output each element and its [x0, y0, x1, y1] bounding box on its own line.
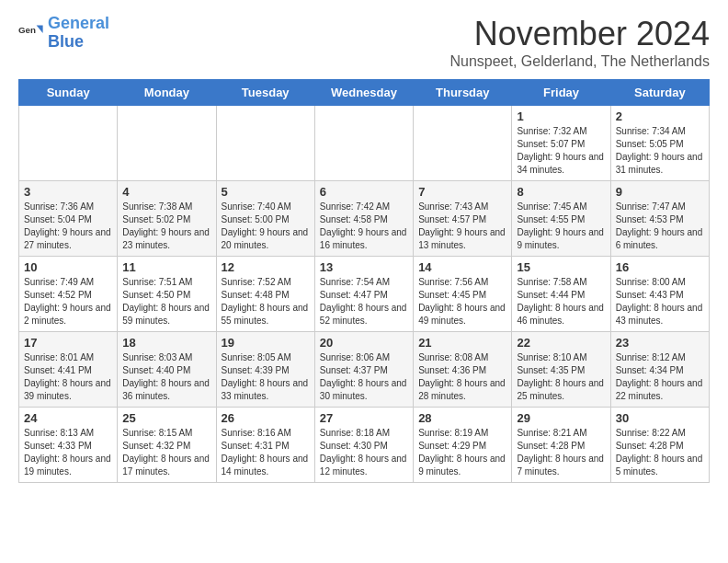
day-number: 6: [320, 185, 408, 199]
page: Gen General Blue November 2024 Nunspeet,…: [0, 0, 728, 498]
day-number: 2: [616, 109, 704, 123]
calendar-cell: 26Sunrise: 8:16 AM Sunset: 4:31 PM Dayli…: [216, 408, 314, 483]
day-number: 28: [418, 411, 506, 425]
calendar-cell: 15Sunrise: 7:58 AM Sunset: 4:44 PM Dayli…: [512, 257, 610, 332]
day-number: 8: [517, 185, 605, 199]
calendar-cell: 7Sunrise: 7:43 AM Sunset: 4:57 PM Daylig…: [414, 181, 512, 257]
day-info: Sunrise: 7:45 AM Sunset: 4:55 PM Dayligh…: [517, 201, 605, 252]
calendar-cell: [19, 106, 118, 181]
calendar: SundayMondayTuesdayWednesdayThursdayFrid…: [18, 79, 710, 483]
calendar-week-4: 17Sunrise: 8:01 AM Sunset: 4:41 PM Dayli…: [19, 332, 710, 408]
calendar-cell: 8Sunrise: 7:45 AM Sunset: 4:55 PM Daylig…: [512, 181, 610, 257]
day-info: Sunrise: 7:58 AM Sunset: 4:44 PM Dayligh…: [517, 276, 605, 327]
calendar-cell: 22Sunrise: 8:10 AM Sunset: 4:35 PM Dayli…: [512, 332, 610, 408]
svg-text:Gen: Gen: [18, 25, 36, 35]
day-number: 7: [418, 185, 506, 199]
day-number: 1: [517, 109, 605, 123]
day-number: 24: [24, 411, 112, 425]
calendar-cell: 12Sunrise: 7:52 AM Sunset: 4:48 PM Dayli…: [216, 257, 314, 332]
calendar-cell: 11Sunrise: 7:51 AM Sunset: 4:50 PM Dayli…: [118, 257, 216, 332]
day-info: Sunrise: 8:18 AM Sunset: 4:30 PM Dayligh…: [320, 427, 408, 478]
day-info: Sunrise: 7:38 AM Sunset: 5:02 PM Dayligh…: [122, 201, 210, 252]
day-info: Sunrise: 7:51 AM Sunset: 4:50 PM Dayligh…: [122, 276, 210, 327]
day-number: 29: [517, 411, 605, 425]
day-info: Sunrise: 8:16 AM Sunset: 4:31 PM Dayligh…: [222, 427, 310, 478]
day-info: Sunrise: 7:47 AM Sunset: 4:53 PM Dayligh…: [616, 201, 704, 252]
calendar-cell: 24Sunrise: 8:13 AM Sunset: 4:33 PM Dayli…: [19, 408, 118, 483]
month-title: November 2024: [449, 15, 710, 53]
day-info: Sunrise: 8:12 AM Sunset: 4:34 PM Dayligh…: [616, 351, 704, 403]
calendar-cell: 27Sunrise: 8:18 AM Sunset: 4:30 PM Dayli…: [314, 408, 413, 483]
day-info: Sunrise: 8:01 AM Sunset: 4:41 PM Dayligh…: [24, 351, 112, 403]
day-info: Sunrise: 8:05 AM Sunset: 4:39 PM Dayligh…: [222, 351, 310, 403]
calendar-cell: 25Sunrise: 8:15 AM Sunset: 4:32 PM Dayli…: [118, 408, 216, 483]
day-info: Sunrise: 8:21 AM Sunset: 4:28 PM Dayligh…: [517, 427, 605, 478]
day-number: 5: [222, 185, 310, 199]
day-number: 26: [222, 411, 310, 425]
calendar-cell: 6Sunrise: 7:42 AM Sunset: 4:58 PM Daylig…: [314, 181, 413, 257]
calendar-cell: 1Sunrise: 7:32 AM Sunset: 5:07 PM Daylig…: [512, 106, 610, 181]
day-info: Sunrise: 8:22 AM Sunset: 4:28 PM Dayligh…: [616, 427, 704, 478]
day-info: Sunrise: 8:03 AM Sunset: 4:40 PM Dayligh…: [122, 351, 210, 403]
calendar-cell: 21Sunrise: 8:08 AM Sunset: 4:36 PM Dayli…: [414, 332, 512, 408]
day-info: Sunrise: 7:49 AM Sunset: 4:52 PM Dayligh…: [24, 276, 112, 327]
day-info: Sunrise: 8:13 AM Sunset: 4:33 PM Dayligh…: [24, 427, 112, 478]
header: Gen General Blue November 2024 Nunspeet,…: [18, 15, 710, 70]
day-info: Sunrise: 8:19 AM Sunset: 4:29 PM Dayligh…: [418, 427, 506, 478]
calendar-cell: 20Sunrise: 8:06 AM Sunset: 4:37 PM Dayli…: [314, 332, 413, 408]
day-number: 15: [517, 260, 605, 274]
calendar-cell: 17Sunrise: 8:01 AM Sunset: 4:41 PM Dayli…: [19, 332, 118, 408]
day-number: 13: [320, 260, 408, 274]
calendar-cell: 13Sunrise: 7:54 AM Sunset: 4:47 PM Dayli…: [314, 257, 413, 332]
logo-icon: Gen: [18, 20, 44, 46]
calendar-cell: 16Sunrise: 8:00 AM Sunset: 4:43 PM Dayli…: [610, 257, 709, 332]
calendar-cell: [216, 106, 314, 181]
day-number: 25: [122, 411, 210, 425]
day-number: 3: [24, 185, 112, 199]
day-number: 14: [418, 260, 506, 274]
title-block: November 2024 Nunspeet, Gelderland, The …: [449, 15, 710, 70]
day-info: Sunrise: 7:52 AM Sunset: 4:48 PM Dayligh…: [222, 276, 310, 327]
day-info: Sunrise: 7:36 AM Sunset: 5:04 PM Dayligh…: [24, 201, 112, 252]
day-info: Sunrise: 8:08 AM Sunset: 4:36 PM Dayligh…: [418, 351, 506, 403]
day-info: Sunrise: 8:06 AM Sunset: 4:37 PM Dayligh…: [320, 351, 408, 403]
day-number: 16: [616, 260, 704, 274]
calendar-header-friday: Friday: [512, 80, 610, 106]
calendar-cell: 29Sunrise: 8:21 AM Sunset: 4:28 PM Dayli…: [512, 408, 610, 483]
calendar-header-tuesday: Tuesday: [216, 80, 314, 106]
calendar-header-monday: Monday: [118, 80, 216, 106]
calendar-body: 1Sunrise: 7:32 AM Sunset: 5:07 PM Daylig…: [19, 106, 710, 483]
logo: Gen General Blue: [18, 15, 109, 52]
calendar-cell: 19Sunrise: 8:05 AM Sunset: 4:39 PM Dayli…: [216, 332, 314, 408]
calendar-cell: 5Sunrise: 7:40 AM Sunset: 5:00 PM Daylig…: [216, 181, 314, 257]
calendar-week-2: 3Sunrise: 7:36 AM Sunset: 5:04 PM Daylig…: [19, 181, 710, 257]
day-info: Sunrise: 7:40 AM Sunset: 5:00 PM Dayligh…: [222, 201, 310, 252]
day-number: 21: [418, 336, 506, 350]
day-info: Sunrise: 8:15 AM Sunset: 4:32 PM Dayligh…: [122, 427, 210, 478]
day-number: 17: [24, 336, 112, 350]
logo-line1: General: [48, 14, 109, 32]
day-info: Sunrise: 7:43 AM Sunset: 4:57 PM Dayligh…: [418, 201, 506, 252]
calendar-header-wednesday: Wednesday: [314, 80, 413, 106]
calendar-cell: 2Sunrise: 7:34 AM Sunset: 5:05 PM Daylig…: [610, 106, 709, 181]
calendar-header-sunday: Sunday: [19, 80, 118, 106]
calendar-cell: 3Sunrise: 7:36 AM Sunset: 5:04 PM Daylig…: [19, 181, 118, 257]
calendar-cell: [118, 106, 216, 181]
day-info: Sunrise: 8:00 AM Sunset: 4:43 PM Dayligh…: [616, 276, 704, 327]
day-number: 4: [122, 185, 210, 199]
calendar-week-3: 10Sunrise: 7:49 AM Sunset: 4:52 PM Dayli…: [19, 257, 710, 332]
calendar-cell: 18Sunrise: 8:03 AM Sunset: 4:40 PM Dayli…: [118, 332, 216, 408]
day-number: 23: [616, 336, 704, 350]
day-number: 18: [122, 336, 210, 350]
day-number: 19: [222, 336, 310, 350]
calendar-week-5: 24Sunrise: 8:13 AM Sunset: 4:33 PM Dayli…: [19, 408, 710, 483]
day-info: Sunrise: 7:54 AM Sunset: 4:47 PM Dayligh…: [320, 276, 408, 327]
day-info: Sunrise: 7:42 AM Sunset: 4:58 PM Dayligh…: [320, 201, 408, 252]
calendar-cell: 9Sunrise: 7:47 AM Sunset: 4:53 PM Daylig…: [610, 181, 709, 257]
day-info: Sunrise: 7:56 AM Sunset: 4:45 PM Dayligh…: [418, 276, 506, 327]
day-number: 30: [616, 411, 704, 425]
calendar-header-row: SundayMondayTuesdayWednesdayThursdayFrid…: [19, 80, 710, 106]
calendar-cell: 30Sunrise: 8:22 AM Sunset: 4:28 PM Dayli…: [610, 408, 709, 483]
day-number: 22: [517, 336, 605, 350]
day-number: 12: [222, 260, 310, 274]
